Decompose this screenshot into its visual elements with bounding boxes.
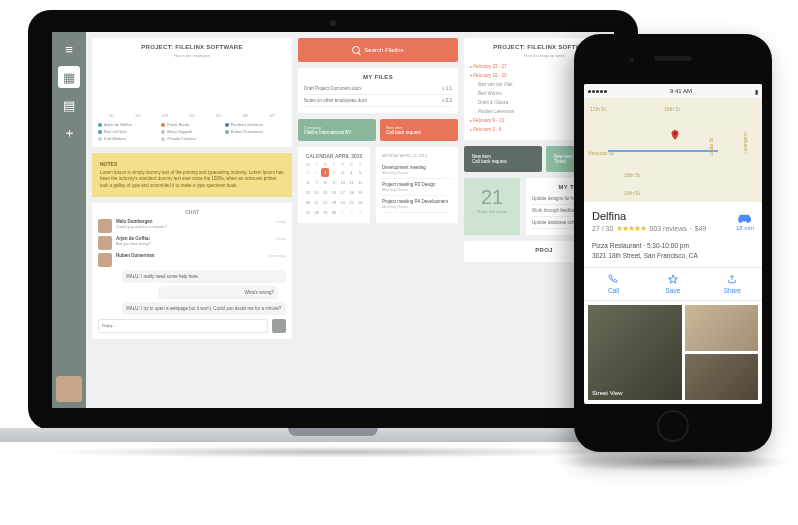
panel-title: PROJECT: FILELINX SOFTWARE [98, 44, 286, 50]
calendar-day[interactable]: 26 [356, 198, 364, 207]
status-time: 9:41 AM [670, 88, 692, 94]
calendar-grid[interactable]: MTWTFSS303112345678910111213141516171819… [304, 162, 364, 217]
stars-icon: ★★★★★ [616, 224, 646, 233]
place-rating: 27 / 30 ★★★★★ 603 reviews · $49 [592, 224, 736, 233]
notes-title: NOTES [100, 161, 284, 167]
chat-contact[interactable]: Malu DumbergenCould you wait for a minut… [98, 219, 286, 233]
calendar-day[interactable]: 2 [330, 168, 338, 177]
calendar-day[interactable]: 6 [304, 178, 312, 187]
street-label: 17th St [590, 106, 606, 112]
calendar-day[interactable]: 25 [348, 198, 356, 207]
map-route [608, 150, 718, 152]
place-meta: Pizza Restaurant · 5:30-10:00 pm 3621 18… [584, 241, 762, 267]
calendar-day[interactable]: 19 [356, 188, 364, 197]
calendar-day[interactable]: 3 [339, 168, 347, 177]
legend-item: Arjen de Goffau [98, 122, 159, 127]
chart-bar: M2 [127, 111, 150, 118]
streetview-label: Street View [592, 390, 623, 396]
calendar-title: CALENDAR APRIL 2015 [304, 153, 364, 159]
directions-button[interactable]: 18 min [736, 210, 754, 233]
event-item[interactable]: Project meeting R3 DesignMeeting Room [382, 179, 452, 196]
document-icon[interactable]: ▤ [58, 94, 80, 116]
chat-thread: MALU: I really need some help here.What'… [98, 270, 286, 315]
chart-bar: M7 [261, 111, 284, 118]
calendar-day[interactable]: 9 [330, 178, 338, 187]
save-button[interactable]: Save [643, 268, 702, 300]
street-label: 19th St [624, 190, 640, 196]
my-files-panel: MY FILES Draft Project Document.docxv 1.… [298, 68, 458, 113]
calendar-day[interactable]: 28 [313, 208, 321, 217]
action-tile[interactable]: New itemCall back request [464, 146, 542, 172]
search-label: Search Filelinx [364, 47, 403, 53]
legend-item: Omaila Catalina [161, 136, 222, 141]
grid-icon[interactable]: ▦ [58, 66, 80, 88]
map-view[interactable]: 17th St16th StHancock St18th St19th StLi… [584, 98, 762, 202]
chart-bar: M5 [207, 111, 230, 118]
phone-device: 9:41 AM ▮ 17th St16th StHancock St18th S… [574, 34, 772, 452]
share-button[interactable]: Share [703, 268, 762, 300]
tag-tile[interactable]: CompanyFilelinx International BV [298, 119, 376, 141]
laptop-device: ≡ ▦ ▤ ＋ PROJECT: FILELINX SOFTWARE Hours… [28, 10, 638, 430]
col-left: PROJECT: FILELINX SOFTWARE Hours per emp… [92, 38, 292, 402]
tag-tile[interactable]: New itemCall back request [380, 119, 458, 141]
send-button[interactable] [272, 319, 286, 333]
panel-title: MY FILES [304, 74, 452, 80]
calendar-day[interactable]: 1 [321, 168, 329, 177]
calendar-day[interactable]: 5 [356, 168, 364, 177]
calendar-day[interactable]: 11 [348, 178, 356, 187]
calendar-day[interactable]: 12 [356, 178, 364, 187]
calendar-day[interactable]: 21 [313, 198, 321, 207]
calendar-day[interactable]: 20 [304, 198, 312, 207]
home-button[interactable] [657, 410, 689, 442]
calendar-day[interactable]: 14 [313, 188, 321, 197]
calendar-day[interactable]: 29 [321, 208, 329, 217]
chart-bar: M6 [234, 111, 257, 118]
calendar-day[interactable]: 15 [321, 188, 329, 197]
calendar-day[interactable]: 18 [348, 188, 356, 197]
photo-thumb[interactable] [685, 354, 758, 400]
place-name: Delfina [592, 210, 736, 222]
street-label: Linda St [708, 138, 714, 156]
chat-bubble: What's wrong? [158, 286, 278, 299]
svg-point-0 [674, 132, 677, 135]
calendar-day[interactable]: 17 [339, 188, 347, 197]
menu-icon[interactable]: ≡ [58, 38, 80, 60]
place-header: Delfina 27 / 30 ★★★★★ 603 reviews · $49 … [584, 202, 762, 241]
bar-chart: M1M2M3M4M5M6M7 [100, 62, 284, 118]
chat-panel: CHAT Malu DumbergenCould you wait for a … [92, 203, 292, 339]
calendar-day[interactable]: 22 [321, 198, 329, 207]
action-bar: CallSaveShare [584, 267, 762, 301]
search-button[interactable]: Search Filelinx [298, 38, 458, 62]
chat-contact[interactable]: Arjen de GoffauAre you free today?today [98, 236, 286, 250]
file-row[interactable]: Draft Project Document.docxv 1.1 [304, 83, 452, 95]
star-icon [667, 274, 679, 285]
big-number-sub: Share this month [472, 209, 512, 214]
call-button[interactable]: Call [584, 268, 643, 300]
calendar-day[interactable]: 8 [321, 178, 329, 187]
chat-reply [98, 319, 286, 333]
calendar-day[interactable]: 23 [330, 198, 338, 207]
calendar-day[interactable]: 10 [339, 178, 347, 187]
calendar-day[interactable]: 4 [348, 168, 356, 177]
plus-icon[interactable]: ＋ [58, 122, 80, 144]
calendar-day[interactable]: 30 [330, 208, 338, 217]
chat-contact[interactable]: Ruben Duivermanyesterday [98, 253, 286, 267]
events-panel: MONDAY APRIL 21 2015 Development meeting… [376, 147, 458, 223]
event-item[interactable]: Project meeting R4 DevelopmentMeeting Ro… [382, 196, 452, 213]
event-item[interactable]: Development meetingMeeting Room [382, 162, 452, 179]
phone-camera [629, 57, 634, 62]
avatar[interactable] [56, 376, 82, 402]
photo-thumb[interactable] [685, 305, 758, 351]
calendar-day[interactable]: 16 [330, 188, 338, 197]
reply-input[interactable] [98, 319, 268, 333]
calendar-day[interactable]: 13 [304, 188, 312, 197]
streetview-photo[interactable]: Street View [588, 305, 682, 401]
legend-item: Paulien Lekerman [225, 122, 286, 127]
files-list: Draft Project Document.docxv 1.1Notes on… [304, 83, 452, 107]
battery-icon: ▮ [755, 88, 758, 95]
calendar-day[interactable]: 27 [304, 208, 312, 217]
file-row[interactable]: Notes on other employees.docxv 0.2 [304, 95, 452, 107]
calendar-day[interactable]: 7 [313, 178, 321, 187]
share-icon [726, 274, 738, 285]
calendar-day[interactable]: 24 [339, 198, 347, 207]
